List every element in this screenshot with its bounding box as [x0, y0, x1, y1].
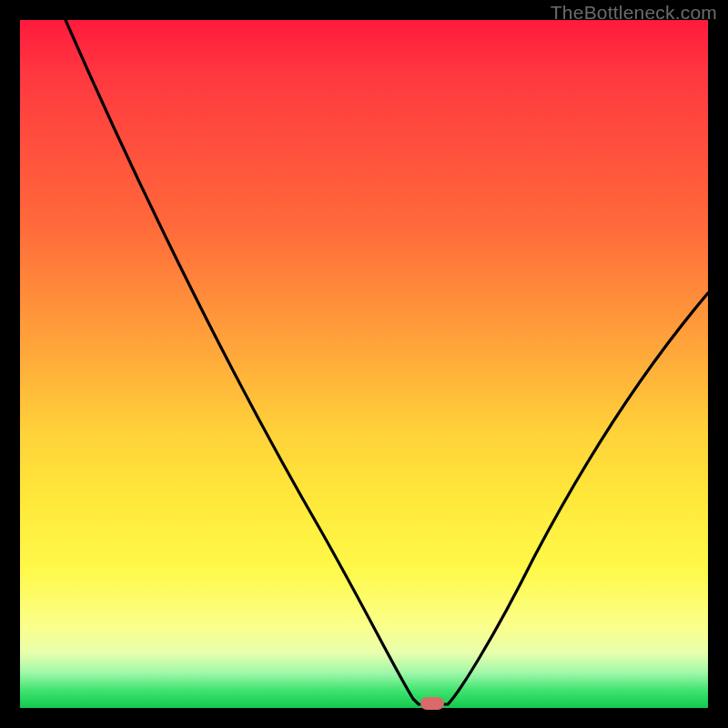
plot-area: [20, 20, 708, 708]
watermark-text: TheBottleneck.com: [551, 2, 717, 24]
optimal-point-marker: [420, 697, 444, 710]
bottleneck-curve: [20, 20, 708, 708]
curve-path: [66, 20, 708, 704]
chart-frame: TheBottleneck.com: [0, 0, 728, 728]
